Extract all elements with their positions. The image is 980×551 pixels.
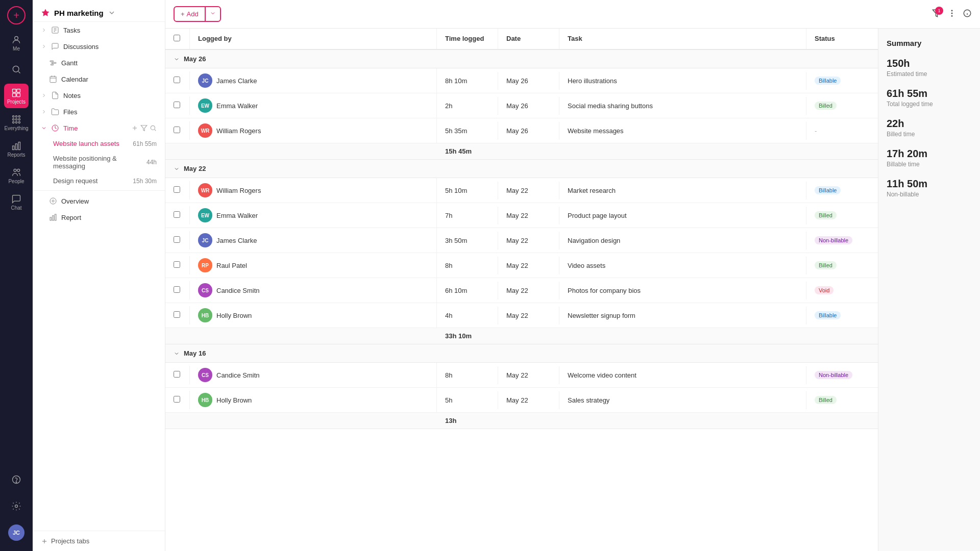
avatar: EW (198, 98, 212, 113)
table-row[interactable]: JC James Clarke 8h 10m May 26 Hero illus… (165, 68, 878, 93)
main-content: + Add 1 (165, 0, 980, 551)
person-cell: JC James Clarke (190, 68, 437, 93)
task-cell: Social media sharing buttons (559, 97, 806, 115)
row-checkbox[interactable] (165, 96, 190, 115)
more-options-button[interactable] (947, 9, 957, 19)
sidebar-time-design[interactable]: Design request 15h 30m (33, 173, 165, 188)
svg-rect-30 (51, 64, 53, 65)
sidebar-discussions[interactable]: Discussions (33, 38, 165, 55)
sidebar-item-people[interactable]: People (4, 163, 29, 188)
filter-button[interactable]: 1 (932, 9, 941, 19)
row-checkbox[interactable] (165, 71, 190, 90)
icon-bar: + Me Projects Everything Reports People … (0, 0, 33, 551)
subtotal-empty2 (190, 143, 437, 159)
projects-tabs-button[interactable]: Projects tabs (33, 531, 165, 551)
svg-point-6 (13, 115, 14, 117)
sidebar-calendar[interactable]: Calendar (33, 71, 165, 87)
add-main-button[interactable]: + Add (175, 7, 205, 21)
svg-point-1 (13, 66, 19, 72)
time-logged-cell: 8h (437, 257, 498, 274)
info-button[interactable] (963, 9, 972, 19)
summary-label: Estimated time (887, 70, 972, 78)
add-label: Add (187, 10, 199, 18)
sidebar-overview[interactable]: Overview (33, 193, 165, 209)
svg-rect-31 (50, 77, 56, 83)
overview-label: Overview (61, 197, 89, 205)
time-logged-cell: 6h 10m (437, 282, 498, 299)
table-row[interactable]: EW Emma Walker 7h May 22 Product page la… (165, 203, 878, 228)
table-row[interactable]: WR William Rogers 5h 10m May 22 Market r… (165, 178, 878, 203)
row-checkbox[interactable] (165, 391, 190, 409)
sidebar-time-website-launch[interactable]: Website launch assets 61h 55m (33, 136, 165, 151)
status-badge: Billed (815, 261, 837, 269)
table-row[interactable]: HB Holly Brown 4h May 22 Newsletter sign… (165, 303, 878, 328)
table-row[interactable]: WR William Rogers 5h 35m May 26 Website … (165, 118, 878, 143)
tasks-label: Tasks (63, 27, 80, 34)
group-row[interactable]: May 22 (165, 160, 878, 178)
svg-rect-3 (17, 89, 20, 92)
subtotal-empty3 (498, 328, 559, 344)
subtotal-empty5 (806, 328, 878, 344)
group-row[interactable]: May 26 (165, 50, 878, 68)
files-label: Files (63, 108, 77, 116)
row-checkbox[interactable] (165, 231, 190, 249)
sidebar-report[interactable]: Report (33, 209, 165, 226)
logged-by-header: Logged by (190, 29, 437, 49)
row-checkbox[interactable] (165, 256, 190, 274)
date-cell: May 22 (498, 182, 559, 199)
add-new-button[interactable]: + (7, 6, 26, 24)
subtotal-empty3 (498, 413, 559, 429)
row-checkbox[interactable] (165, 366, 190, 384)
svg-point-14 (18, 121, 20, 123)
table-row[interactable]: CS Candice Smitn 6h 10m May 22 Photos fo… (165, 278, 878, 303)
row-checkbox[interactable] (165, 206, 190, 224)
settings-button[interactable] (4, 494, 29, 518)
sidebar-time-positioning[interactable]: Website positioning & messaging 44h (33, 151, 165, 173)
sidebar-files[interactable]: Files (33, 104, 165, 120)
sidebar-tasks[interactable]: Tasks (33, 22, 165, 38)
svg-point-7 (15, 115, 17, 117)
row-checkbox[interactable] (165, 281, 190, 299)
sidebar-item-me[interactable]: Me (4, 31, 29, 55)
avatar: HB (198, 393, 212, 407)
table-body: May 26 JC James Clarke 8h 10m May 26 Her… (165, 50, 878, 429)
task-header: Task (559, 29, 806, 49)
subtotal-row: 33h 10m (165, 328, 878, 344)
time-logged-cell: 2h (437, 97, 498, 115)
table-row[interactable]: RP Raul Patel 8h May 22 Video assets Bil… (165, 253, 878, 278)
sidebar-item-chat[interactable]: Chat (4, 190, 29, 214)
table-row[interactable]: JC James Clarke 3h 50m May 22 Navigation… (165, 228, 878, 253)
table-row[interactable]: EW Emma Walker 2h May 26 Social media sh… (165, 93, 878, 118)
sidebar-item-search[interactable] (4, 57, 29, 82)
row-checkbox[interactable] (165, 306, 190, 324)
status-badge: - (815, 127, 817, 135)
table-row[interactable]: CS Candice Smitn 8h May 22 Welcome video… (165, 363, 878, 388)
svg-rect-17 (18, 142, 20, 149)
subtotal-empty (165, 328, 190, 344)
sidebar-item-projects[interactable]: Projects (4, 84, 29, 108)
subtotal-empty4 (559, 413, 806, 429)
sidebar-item-everything[interactable]: Everything (4, 110, 29, 135)
person-name: Candice Smitn (216, 287, 260, 294)
add-dropdown-button[interactable] (205, 7, 220, 21)
sidebar-notes[interactable]: Notes (33, 87, 165, 104)
row-checkbox[interactable] (165, 121, 190, 140)
sidebar-gantt[interactable]: Gantt (33, 55, 165, 71)
checkbox-header[interactable] (165, 29, 190, 49)
discussions-label: Discussions (63, 43, 99, 51)
select-all-checkbox[interactable] (174, 35, 180, 41)
user-avatar[interactable]: JC (4, 520, 29, 545)
summary-value: 150h (887, 58, 972, 69)
subtotal-empty3 (498, 143, 559, 159)
project-header[interactable]: PH marketing (33, 0, 165, 22)
sidebar-item-reports[interactable]: Reports (4, 137, 29, 161)
row-checkbox[interactable] (165, 181, 190, 199)
avatar: HB (198, 308, 212, 322)
table-row[interactable]: HB Holly Brown 5h May 22 Sales strategy … (165, 388, 878, 413)
add-button-group[interactable]: + Add (174, 6, 221, 22)
sidebar-time[interactable]: Time (33, 120, 165, 136)
status-badge: Billable (815, 186, 841, 194)
summary-label: Non-billable (887, 191, 972, 198)
help-button[interactable] (4, 467, 29, 492)
group-row[interactable]: May 16 (165, 344, 878, 363)
